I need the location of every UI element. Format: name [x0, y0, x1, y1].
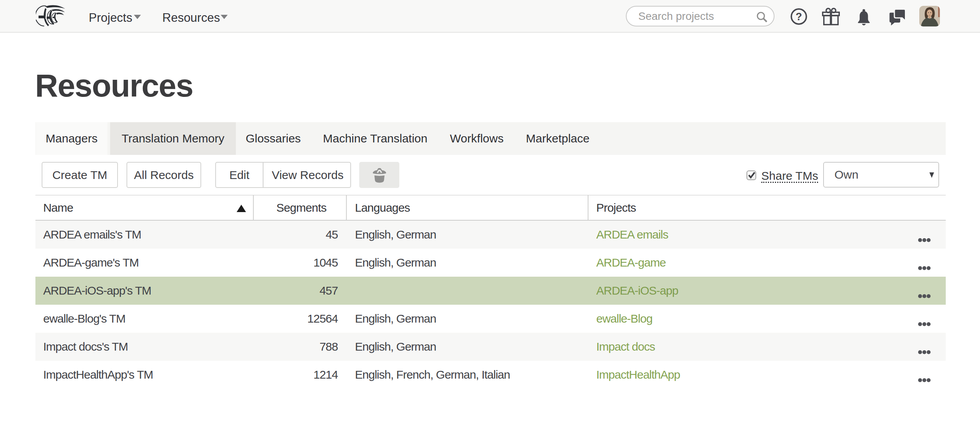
svg-text:?: ? [796, 11, 802, 23]
